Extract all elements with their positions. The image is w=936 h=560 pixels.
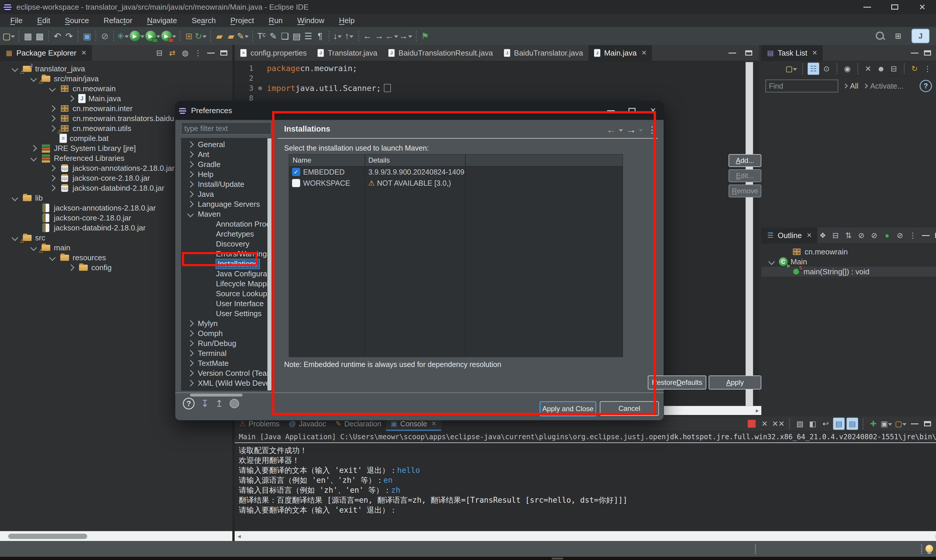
pref-tree-item-java-configurator[interactable]: Java Configurator	[181, 269, 271, 279]
next-annotation-button[interactable]: →	[373, 29, 385, 43]
minimize-view-button[interactable]	[205, 47, 216, 59]
dropdown-icon[interactable]	[394, 35, 398, 40]
profile-button[interactable]: ▶	[161, 29, 177, 43]
close-icon[interactable]: ✕	[431, 420, 436, 428]
dropdown-icon[interactable]	[125, 35, 129, 40]
minimize-view-button[interactable]	[909, 418, 920, 429]
menu-run[interactable]: Run	[261, 16, 290, 25]
dropdown-icon[interactable]	[202, 35, 207, 40]
collapsed-arrow-icon[interactable]	[186, 321, 195, 326]
pref-tree-item-textmate[interactable]: TextMate	[181, 358, 271, 368]
editor-tab-translator-java[interactable]: JTranslator.java	[312, 45, 383, 61]
back-button[interactable]: ←	[385, 29, 399, 43]
pref-tree-item-oomph[interactable]: Oomph	[181, 328, 271, 338]
pref-tree-item-user-settings[interactable]: User Settings	[181, 309, 271, 318]
expanded-arrow-icon[interactable]	[48, 86, 57, 91]
pref-tree-item-source-lookup[interactable]: Source Lookup	[181, 289, 271, 298]
show-stdout-button[interactable]: ▤	[833, 418, 845, 430]
view-menu-icon[interactable]: ⋮	[193, 47, 204, 59]
pref-tree-item-xml-wild-web-develo[interactable]: XML (Wild Web Develo	[181, 378, 271, 388]
pref-tree-item-general[interactable]: General	[181, 140, 271, 149]
collapsed-arrow-icon[interactable]	[67, 265, 76, 270]
maximize-view-button[interactable]	[743, 47, 754, 59]
window-minimize-button[interactable]	[853, 0, 881, 14]
search-icon[interactable]	[875, 31, 885, 41]
menu-edit[interactable]: Edit	[30, 16, 58, 25]
find-input[interactable]	[765, 80, 838, 92]
pref-tree-item-user-interface[interactable]: User Interface	[181, 298, 271, 309]
save-all-button[interactable]: ▩	[34, 29, 45, 43]
scroll-lock-button[interactable]: ◧	[807, 418, 818, 429]
menu-project[interactable]: Project	[223, 16, 261, 25]
menu-window[interactable]: Window	[290, 16, 332, 25]
expanded-arrow-icon[interactable]	[29, 156, 38, 160]
package-explorer-horizontal-scrollbar[interactable]	[0, 531, 232, 541]
expanded-arrow-icon[interactable]	[11, 66, 19, 71]
previous-annotation-button[interactable]: ←	[362, 29, 373, 43]
hide-local-types-icon[interactable]: ⊘	[894, 229, 905, 241]
import-preferences-icon[interactable]: ↧	[201, 398, 209, 409]
expanded-arrow-icon[interactable]	[11, 235, 19, 240]
remove-button[interactable]: Remove	[729, 185, 761, 197]
pref-tree-item-gradle[interactable]: Gradle	[181, 159, 271, 169]
window-maximize-button[interactable]	[881, 0, 908, 14]
show-whitespace-button[interactable]: ¶	[314, 29, 326, 43]
filter-completed-button[interactable]: ✕	[862, 63, 874, 75]
back-dropdown-icon[interactable]	[619, 129, 623, 134]
expanded-arrow-icon[interactable]	[11, 195, 19, 200]
preferences-tree-hscroll-thumb[interactable]	[190, 394, 242, 397]
minimize-view-button[interactable]	[727, 47, 738, 59]
tab-outline[interactable]: ☰ Outline ✕	[761, 228, 817, 243]
filter-person-button[interactable]: ☻	[876, 63, 887, 75]
dropdown-icon[interactable]	[408, 35, 412, 40]
pref-tree-item-help[interactable]: Help	[181, 169, 271, 179]
editor-tab-baidutranslator-java[interactable]: JBaiduTranslator.java	[498, 45, 588, 61]
show-public-only-icon[interactable]: ●	[882, 229, 893, 241]
forward-dropdown-icon[interactable]	[639, 129, 643, 134]
refresh-button[interactable]: ↻	[195, 29, 207, 43]
collapsed-arrow-icon[interactable]	[186, 351, 195, 355]
run-button[interactable]: ▶	[130, 29, 145, 43]
help-icon[interactable]: ?	[183, 398, 194, 409]
tree-item-src-main-java[interactable]: ⚠src/main/java	[0, 74, 232, 84]
pref-tree-item-language-servers[interactable]: Language Servers	[181, 199, 271, 209]
redo-button[interactable]: ↷	[63, 29, 75, 43]
checkbox-unchecked[interactable]	[292, 179, 300, 187]
new-task-button[interactable]: ▢	[785, 63, 798, 75]
new-java-package-button[interactable]: ⊞	[183, 29, 195, 43]
help-icon[interactable]: ?	[920, 80, 932, 92]
expand-all-button[interactable]: ↑	[344, 29, 356, 43]
installation-row-embedded[interactable]: ✓EMBEDDED3.9.9/3.9.900.20240824-1409	[289, 166, 623, 177]
pref-tree-item-lifecycle-mappings[interactable]: Lifecycle Mappings	[181, 279, 271, 289]
restore-defaults-button[interactable]: Restore Defaults	[648, 375, 706, 389]
installation-row-workspace[interactable]: WORKSPACE⚠NOT AVAILABLE [3.0,)	[289, 177, 623, 189]
hide-fields-icon[interactable]: ⊘	[856, 229, 867, 241]
add-button[interactable]: Add...	[729, 154, 761, 167]
dropdown-icon[interactable]	[11, 35, 15, 40]
sort-icon[interactable]: ⇅	[843, 229, 854, 241]
expanded-arrow-icon[interactable]	[186, 212, 195, 216]
expanded-arrow-icon[interactable]	[48, 255, 57, 260]
link-resource-button[interactable]: ▰	[225, 29, 237, 43]
dropdown-icon[interactable]	[245, 35, 249, 40]
scroll-left-icon[interactable]: ◂	[237, 532, 241, 540]
pref-tree-item-discovery[interactable]: Discovery	[181, 239, 271, 249]
open-console-button[interactable]: ▢	[895, 418, 907, 429]
dropdown-icon[interactable]	[902, 423, 907, 428]
collapsed-arrow-icon[interactable]	[186, 172, 195, 177]
format-button[interactable]: ▤	[291, 29, 302, 43]
dialog-minimize-button[interactable]	[600, 101, 621, 120]
column-name[interactable]: Name	[289, 154, 365, 166]
window-close-button[interactable]: ✕	[908, 0, 936, 14]
editor-tab-baidutranslationresult-java[interactable]: JBaiduTranslationResult.java	[383, 45, 498, 61]
view-menu-icon[interactable]: ⋮	[648, 125, 657, 135]
word-wrap-button[interactable]: ↩	[820, 418, 831, 429]
console-horizontal-scrollbar[interactable]: ◂ ▸	[234, 531, 936, 541]
undo-button[interactable]: ↶	[51, 29, 63, 43]
collapsed-arrow-icon[interactable]	[48, 176, 57, 180]
cancel-button[interactable]: Cancel	[600, 401, 659, 416]
menu-help[interactable]: Help	[332, 16, 362, 25]
back-icon[interactable]: ←	[606, 124, 616, 135]
collapsed-arrow-icon[interactable]	[186, 202, 195, 206]
pin-editor-button[interactable]: ⚑	[419, 29, 431, 43]
